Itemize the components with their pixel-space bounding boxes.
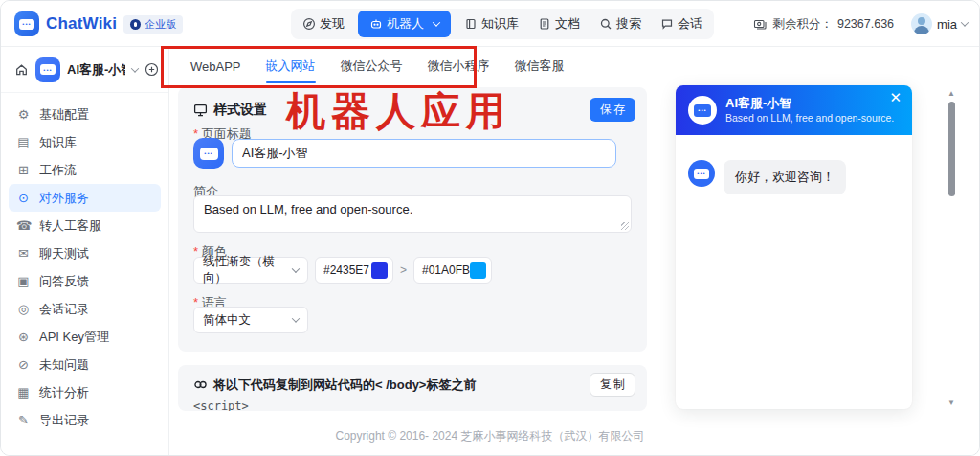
style-settings-card: 样式设置 保存 页面标题 简介 Based on LLM, free and o… — [178, 87, 647, 352]
bot-avatar — [688, 160, 715, 187]
chart-icon: ▦ — [16, 386, 31, 399]
color-end-picker[interactable]: #01A0FB — [413, 257, 492, 284]
main-area: WebAPP 嵌入网站 微信公众号 微信小程序 微信客服 样式设置 保存 页面标… — [170, 47, 979, 455]
sidebar-item-unknown-questions[interactable]: ⊘未知问题 — [9, 351, 161, 378]
sidebar-item-basic-config[interactable]: ⚙基础配置 — [9, 101, 161, 128]
sidebar-item-api-key[interactable]: ⊛API Key管理 — [9, 323, 161, 351]
book-icon: ▤ — [16, 136, 31, 148]
scroll-up-icon[interactable]: ▲ — [945, 89, 958, 98]
sidebar-item-human-agent[interactable]: ☎转人工客服 — [9, 212, 161, 239]
sidebar-item-statistics[interactable]: ▦统计分析 — [9, 378, 161, 406]
page-title-input[interactable] — [232, 139, 616, 168]
tab-wechat-official[interactable]: 微信公众号 — [328, 47, 415, 85]
welcome-message-bubble: 你好，欢迎咨询！ — [724, 160, 846, 194]
tab-wechat-service[interactable]: 微信客服 — [502, 47, 577, 85]
intro-textarea[interactable]: Based on LLM, free and open-source. — [193, 195, 632, 233]
scrollbar-thumb[interactable] — [948, 102, 955, 196]
workflow-icon: ⊞ — [16, 164, 31, 176]
sidebar-item-chat-test[interactable]: ✉聊天测试 — [9, 239, 161, 267]
shield-icon — [130, 19, 141, 30]
nav-item-robot[interactable]: 机器人 — [358, 11, 451, 37]
link-icon — [193, 377, 208, 392]
card-title: 样式设置 — [213, 102, 267, 119]
gear-icon: ⚙ — [16, 108, 31, 121]
robot-icon — [369, 17, 383, 31]
style-card-header: 样式设置 保存 — [193, 98, 635, 122]
resize-handle-icon[interactable] — [621, 222, 629, 230]
embed-card-header: 将以下代码复制到网站代码的< /body>标签之前 复制 — [193, 373, 635, 397]
embed-title: 将以下代码复制到网站代码的< /body>标签之前 — [213, 376, 476, 394]
nav-item-discover[interactable]: 发现 — [293, 11, 354, 37]
home-icon[interactable] — [14, 62, 29, 77]
headset-icon: ☎ — [16, 219, 31, 232]
brand-name: ChatWiki — [46, 14, 117, 34]
username: mia — [937, 17, 957, 32]
nav-item-conversation[interactable]: 会话 — [651, 11, 712, 37]
gradient-type-value: 线性渐变（横向） — [203, 254, 293, 286]
sidebar: AI客服-小智 ⚙基础配置 ▤知识库 ⊞工作流 ⊙对外服务 ☎转人工客服 ✉聊天… — [1, 47, 169, 455]
tab-embed-website[interactable]: 嵌入网站 — [254, 47, 328, 85]
preview-subtitle: Based on LLM, free and open-source. — [725, 112, 894, 124]
sidebar-item-qa-feedback[interactable]: ▣问答反馈 — [9, 267, 161, 295]
gradient-arrow: > — [400, 263, 407, 277]
color-end-swatch[interactable] — [470, 262, 486, 279]
intro-textarea-wrap: Based on LLM, free and open-source. — [193, 195, 632, 233]
channel-tabs: WebAPP 嵌入网站 微信公众号 微信小程序 微信客服 — [170, 47, 979, 85]
user-menu[interactable]: mia — [911, 13, 968, 34]
bot-selector: AI客服-小智 — [1, 47, 168, 93]
sidebar-item-external-service[interactable]: ⊙对外服务 — [9, 184, 161, 212]
nav-item-docs[interactable]: 文档 — [528, 11, 590, 37]
monitor-icon — [193, 103, 208, 117]
vertical-scrollbar[interactable]: ▲ ▼ — [945, 89, 958, 407]
sidebar-menu: ⚙基础配置 ▤知识库 ⊞工作流 ⊙对外服务 ☎转人工客服 ✉聊天测试 ▣问答反馈… — [1, 93, 168, 442]
coins-icon — [753, 17, 768, 31]
chat-preview-header: AI客服-小智 Based on LLM, free and open-sour… — [676, 85, 912, 135]
copy-button[interactable]: 复制 — [590, 373, 635, 397]
color-start-swatch[interactable] — [371, 262, 388, 279]
tab-webapp[interactable]: WebAPP — [178, 47, 254, 85]
edition-badge: 企业版 — [123, 15, 183, 34]
save-button[interactable]: 保存 — [590, 98, 635, 122]
close-icon[interactable]: ✕ — [889, 90, 902, 104]
bot-avatar[interactable] — [193, 138, 224, 169]
bot-name[interactable]: AI客服-小智 — [67, 61, 125, 79]
document-icon — [538, 17, 551, 31]
chatwiki-logo-icon — [14, 11, 39, 36]
chat-preview-panel: AI客服-小智 Based on LLM, free and open-sour… — [676, 85, 912, 409]
book-icon — [464, 17, 478, 31]
avatar — [911, 13, 932, 34]
language-value: 简体中文 — [203, 312, 251, 329]
edition-badge-label: 企业版 — [145, 17, 176, 32]
chat-message-row: 你好，欢迎咨询！ — [688, 160, 846, 194]
records-icon: ◎ — [16, 303, 31, 315]
key-icon: ⊛ — [16, 331, 31, 343]
sidebar-item-knowledge-base[interactable]: ▤知识库 — [9, 128, 161, 156]
nav-item-search[interactable]: 搜索 — [590, 11, 651, 37]
tab-wechat-miniprogram[interactable]: 微信小程序 — [415, 47, 502, 85]
color-start-picker[interactable]: #2435E7 — [315, 257, 393, 284]
feedback-icon: ▣ — [16, 275, 31, 287]
embed-code-snippet: <script> — [193, 399, 249, 411]
bot-avatar — [688, 96, 717, 125]
bot-avatar — [35, 57, 60, 82]
top-bar: ChatWiki 企业版 发现 机器人 知识库 文档 — [1, 1, 980, 47]
scroll-down-icon[interactable]: ▼ — [945, 399, 958, 407]
sidebar-item-session-records[interactable]: ◎会话记录 — [9, 295, 161, 323]
credits-label: 剩余积分： — [772, 16, 833, 33]
sidebar-item-workflow[interactable]: ⊞工作流 — [9, 156, 161, 184]
language-select[interactable]: 简体中文 — [193, 307, 308, 333]
chevron-down-icon — [433, 18, 440, 26]
export-icon: ✎ — [16, 414, 31, 426]
chevron-down-icon[interactable] — [131, 64, 139, 72]
brand[interactable]: ChatWiki 企业版 — [14, 1, 183, 47]
add-bot-icon[interactable] — [145, 62, 159, 77]
sidebar-item-export-records[interactable]: ✎导出记录 — [9, 406, 161, 434]
nav-item-knowledge[interactable]: 知识库 — [455, 11, 528, 37]
main-nav: 发现 机器人 知识库 文档 搜索 会话 — [291, 9, 714, 39]
color-start-value: #2435E7 — [323, 263, 369, 277]
color-end-value: #01A0FB — [422, 263, 470, 277]
chevron-down-icon — [961, 18, 969, 26]
embed-code-card: 将以下代码复制到网站代码的< /body>标签之前 复制 <script> — [178, 365, 647, 411]
search-icon — [599, 17, 612, 31]
gradient-type-select[interactable]: 线性渐变（横向） — [193, 257, 308, 284]
